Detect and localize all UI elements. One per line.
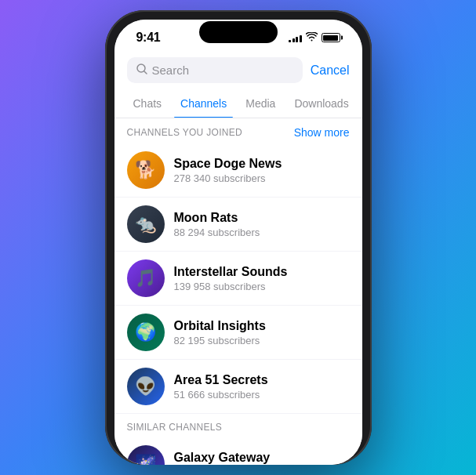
list-item[interactable]: 👽 Area 51 Secrets 51 666 subscribers xyxy=(114,360,362,414)
channel-name: Galaxy Gateway xyxy=(174,451,350,465)
list-item[interactable]: 🐀 Moon Rats 88 294 subscribers xyxy=(114,198,362,252)
channel-info: Moon Rats 88 294 subscribers xyxy=(174,211,350,238)
tab-media[interactable]: Media xyxy=(239,89,282,118)
signal-icon xyxy=(289,33,302,42)
dynamic-island xyxy=(199,21,278,43)
tab-links[interactable]: Links xyxy=(362,89,362,118)
channel-subscribers: 278 340 subscribers xyxy=(174,172,350,184)
tabs-row: Chats Channels Media Downloads Links xyxy=(114,89,362,118)
battery-icon xyxy=(322,33,340,42)
avatar: 🐀 xyxy=(127,205,165,243)
avatar: 🎵 xyxy=(127,259,165,297)
avatar: 🌍 xyxy=(127,314,165,351)
channel-info: Area 51 Secrets 51 666 subscribers xyxy=(174,373,350,401)
channel-subscribers: 139 958 subscribers xyxy=(174,281,350,292)
svg-line-1 xyxy=(144,71,147,74)
list-item[interactable]: 🌍 Orbital Insights 82 195 subscribers xyxy=(114,306,362,360)
wifi-icon xyxy=(306,32,318,44)
channel-subscribers: 88 294 subscribers xyxy=(174,227,350,238)
tab-channels[interactable]: Channels xyxy=(174,89,233,118)
channel-list: CHANNELS YOU JOINED Show more 🐕 Space Do… xyxy=(114,118,362,465)
channel-name: Area 51 Secrets xyxy=(174,373,350,387)
joined-section-title: CHANNELS YOU JOINED xyxy=(127,127,243,138)
show-more-button[interactable]: Show more xyxy=(294,126,350,139)
list-item[interactable]: 🎵 Interstellar Sounds 139 958 subscriber… xyxy=(114,252,362,306)
search-icon xyxy=(136,63,147,77)
avatar: 👽 xyxy=(127,368,165,405)
search-input-wrapper[interactable]: Search xyxy=(127,57,303,83)
channel-info: Interstellar Sounds 139 958 subscribers xyxy=(174,265,350,292)
avatar: 🐕 xyxy=(127,151,165,189)
status-time: 9:41 xyxy=(136,31,161,45)
phone-screen: 9:41 xyxy=(114,20,362,465)
joined-section-header: CHANNELS YOU JOINED Show more xyxy=(114,118,362,143)
channel-name: Space Doge News xyxy=(174,157,350,171)
search-placeholder: Search xyxy=(152,63,190,77)
list-item[interactable]: 🐕 Space Doge News 278 340 subscribers xyxy=(114,143,362,198)
status-icons xyxy=(289,32,340,44)
channel-subscribers: 51 666 subscribers xyxy=(174,389,350,401)
search-bar-row: Search Cancel xyxy=(114,51,362,89)
channel-name: Orbital Insights xyxy=(174,319,350,333)
similar-section-header: SIMILAR CHANNELS xyxy=(114,414,362,437)
channel-name: Moon Rats xyxy=(174,211,350,225)
channel-info: Orbital Insights 82 195 subscribers xyxy=(174,319,350,346)
cancel-button[interactable]: Cancel xyxy=(311,63,350,78)
channel-info: Space Doge News 278 340 subscribers xyxy=(174,157,350,184)
tab-chats[interactable]: Chats xyxy=(127,89,169,118)
content-area: Search Cancel Chats Channels Media Downl… xyxy=(114,51,362,465)
similar-section-title: SIMILAR CHANNELS xyxy=(127,422,223,433)
channel-name: Interstellar Sounds xyxy=(174,265,350,279)
phone-frame: 9:41 xyxy=(105,10,372,465)
channel-info: Galaxy Gateway 385 935 subscribers xyxy=(174,451,350,466)
tab-downloads[interactable]: Downloads xyxy=(288,89,354,118)
list-item[interactable]: 🌌 Galaxy Gateway 385 935 subscribers xyxy=(114,437,362,465)
channel-subscribers: 82 195 subscribers xyxy=(174,335,350,346)
avatar: 🌌 xyxy=(127,445,165,465)
